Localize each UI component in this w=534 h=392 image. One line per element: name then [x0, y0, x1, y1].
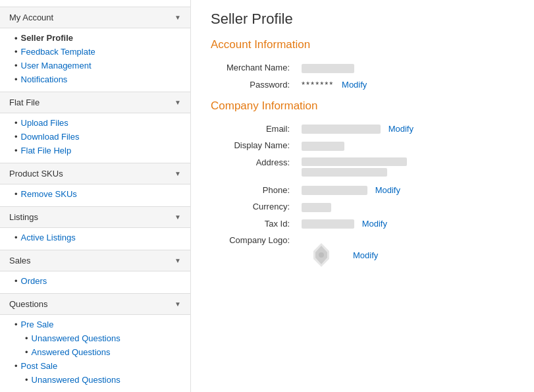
chevron-down-icon: ▼ — [174, 300, 181, 308]
product-skus-items: • Remove SKUs — [0, 184, 190, 205]
password-dots: ******* — [302, 80, 334, 90]
sidebar-section-sales-label: Sales — [9, 256, 31, 266]
table-row: Company Logo: Modify — [211, 232, 514, 278]
sidebar-section-sales[interactable]: Sales ▼ — [0, 250, 190, 271]
account-info-table: Merchant Name: Password: ******* Modify — [211, 59, 514, 93]
bullet-icon: • — [14, 146, 18, 155]
merchant-name-blurred — [302, 64, 354, 73]
phone-value-cell: Modify — [296, 182, 514, 199]
address-block — [302, 157, 509, 179]
logo-area: Modify — [302, 235, 509, 275]
address-value-cell — [296, 154, 514, 182]
company-logo-modify-link[interactable]: Modify — [353, 250, 378, 260]
bullet-icon: • — [14, 189, 18, 199]
my-account-items: • Seller Profile • Feedback Template • U… — [0, 28, 190, 90]
sidebar-item-feedback-template[interactable]: • Feedback Template — [0, 45, 190, 59]
table-row: Email: Modify — [211, 121, 514, 138]
email-blurred — [302, 125, 381, 134]
bullet-icon: • — [14, 276, 18, 286]
address-line-1 — [302, 157, 407, 166]
company-logo-svg — [302, 235, 341, 275]
currency-blurred — [302, 203, 331, 212]
svg-point-2 — [319, 252, 324, 258]
sales-items: • Orders — [0, 271, 190, 292]
sidebar-section-flat-file-label: Flat File — [9, 98, 40, 107]
sidebar-item-notifications[interactable]: • Notifications — [0, 72, 190, 86]
bullet-icon: • — [14, 361, 18, 371]
sidebar-item-unanswered-questions-1[interactable]: • Unanswered Questions — [0, 331, 190, 345]
bullet-icon: • — [14, 74, 18, 84]
display-name-value-cell — [296, 137, 514, 154]
sidebar-item-pre-sale[interactable]: • Pre Sale — [0, 318, 190, 331]
merchant-name-value — [296, 59, 514, 76]
sidebar-section-questions[interactable]: Questions ▼ — [0, 293, 190, 315]
merchant-name-label: Merchant Name: — [211, 59, 296, 76]
address-label: Address: — [211, 154, 296, 182]
display-name-label: Display Name: — [211, 137, 296, 154]
sidebar-item-post-sale[interactable]: • Post Sale — [0, 359, 190, 373]
email-modify-link[interactable]: Modify — [388, 124, 414, 134]
bullet-icon: • — [14, 233, 18, 242]
sidebar-item-upload-files[interactable]: • Upload Files — [0, 116, 190, 130]
bullet-icon: • — [14, 61, 18, 70]
sidebar-item-remove-skus[interactable]: • Remove SKUs — [0, 187, 190, 201]
chevron-down-icon: ▼ — [174, 257, 181, 264]
sidebar-item-unanswered-questions-2[interactable]: • Unanswered Questions — [0, 373, 190, 387]
password-value-cell: ******* Modify — [296, 76, 514, 93]
address-line-2 — [302, 168, 387, 177]
phone-modify-link[interactable]: Modify — [375, 185, 400, 195]
bullet-icon: • — [14, 320, 18, 329]
sidebar-section-listings[interactable]: Listings ▼ — [0, 206, 190, 228]
table-row: Password: ******* Modify — [211, 76, 514, 93]
sidebar-item-download-files[interactable]: • Download Files — [0, 130, 190, 144]
sidebar-section-my-account-label: My Account — [9, 13, 53, 22]
chevron-down-icon: ▼ — [174, 170, 181, 177]
password-modify-link[interactable]: Modify — [342, 80, 367, 90]
currency-value-cell — [296, 198, 514, 215]
table-row: Display Name: — [211, 137, 514, 154]
bullet-icon: • — [14, 33, 18, 43]
bullet-icon: • — [25, 333, 28, 343]
table-row: Merchant Name: — [211, 59, 514, 76]
tax-id-label: Tax Id: — [211, 215, 296, 233]
company-logo-value-cell: Modify — [296, 232, 514, 278]
flat-file-items: • Upload Files • Download Files • Flat F… — [0, 113, 190, 161]
phone-blurred — [302, 186, 367, 195]
sidebar-section-flat-file[interactable]: Flat File ▼ — [0, 92, 190, 113]
sidebar-item-user-management[interactable]: • User Management — [0, 59, 190, 72]
table-row: Address: — [211, 154, 514, 182]
sidebar-item-active-listings[interactable]: • Active Listings — [0, 231, 190, 244]
table-row: Tax Id: Modify — [211, 215, 514, 233]
sidebar-item-seller-profile[interactable]: • Seller Profile — [0, 31, 190, 45]
sidebar: My Account ▼ • Seller Profile • Feedback… — [0, 0, 191, 392]
bullet-icon: • — [14, 118, 18, 128]
main-content: Seller Profile Account Information Merch… — [191, 0, 534, 392]
chevron-down-icon: ▼ — [174, 14, 181, 21]
sidebar-section-product-skus[interactable]: Product SKUs ▼ — [0, 163, 190, 184]
sidebar-item-orders[interactable]: • Orders — [0, 274, 190, 288]
account-section-title: Account Information — [211, 38, 514, 51]
tax-id-value-cell: Modify — [296, 215, 514, 233]
currency-label: Currency: — [211, 198, 296, 215]
bullet-icon: • — [25, 347, 28, 357]
bullet-icon: • — [14, 47, 18, 57]
sidebar-section-product-skus-label: Product SKUs — [9, 169, 63, 179]
page-title: Seller Profile — [211, 11, 514, 28]
company-info-table: Email: Modify Display Name: Address: — [211, 121, 514, 279]
listings-items: • Active Listings — [0, 228, 190, 248]
sidebar-section-questions-label: Questions — [9, 299, 48, 309]
bullet-icon: • — [25, 375, 28, 385]
company-logo-label: Company Logo: — [211, 232, 296, 278]
table-row: Phone: Modify — [211, 182, 514, 199]
questions-items: • Pre Sale • Unanswered Questions • Answ… — [0, 315, 190, 391]
sidebar-item-answered-questions[interactable]: • Answered Questions — [0, 345, 190, 359]
bullet-icon: • — [14, 132, 18, 142]
sidebar-section-my-account[interactable]: My Account ▼ — [0, 7, 190, 28]
email-value-cell: Modify — [296, 121, 514, 138]
email-label: Email: — [211, 121, 296, 138]
tax-id-modify-link[interactable]: Modify — [362, 219, 387, 229]
sidebar-section-listings-label: Listings — [9, 212, 38, 222]
chevron-down-icon: ▼ — [174, 99, 181, 106]
display-name-blurred — [302, 142, 344, 151]
sidebar-item-flat-file-help[interactable]: • Flat File Help — [0, 144, 190, 157]
